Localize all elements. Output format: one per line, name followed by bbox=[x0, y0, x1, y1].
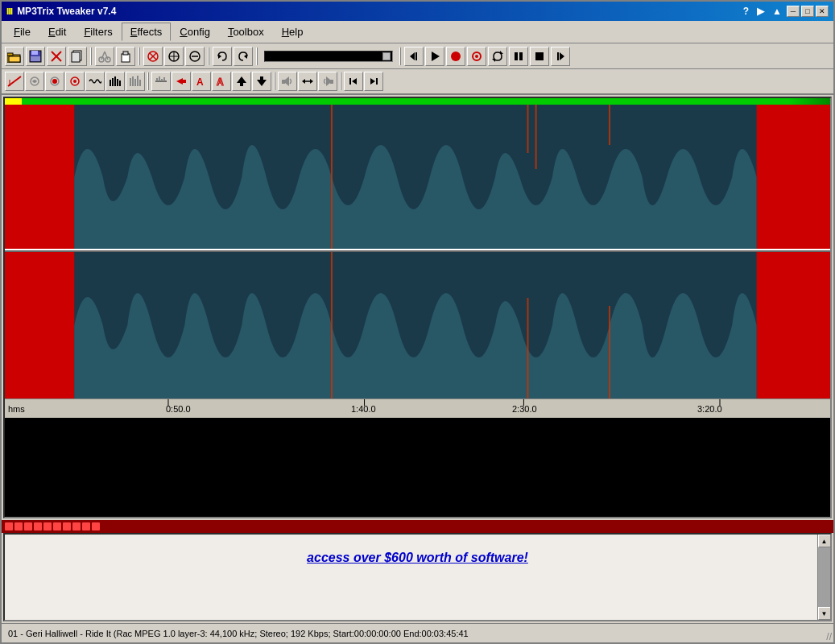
arrow-right-icon[interactable]: ▶ bbox=[754, 6, 767, 17]
redo-button[interactable] bbox=[234, 47, 253, 66]
tool-minus-circle[interactable] bbox=[185, 47, 205, 66]
svg-rect-35 bbox=[519, 52, 523, 60]
pause-button[interactable] bbox=[509, 47, 528, 66]
status-text: 01 - Geri Halliwell - Ride It (Rac MPEG … bbox=[8, 629, 469, 638]
svg-rect-60 bbox=[163, 77, 165, 81]
tool-crosshair[interactable] bbox=[164, 47, 184, 66]
tool-circle-dot[interactable] bbox=[65, 72, 85, 91]
seek-thumb[interactable] bbox=[382, 52, 391, 60]
tool-arrow-left2[interactable] bbox=[344, 72, 363, 91]
svg-rect-52 bbox=[132, 76, 134, 86]
tool-up-arrow[interactable] bbox=[232, 72, 251, 91]
svg-marker-69 bbox=[302, 79, 305, 84]
go-start-button[interactable] bbox=[404, 47, 424, 66]
svg-marker-37 bbox=[560, 52, 564, 60]
tool-spectrum[interactable] bbox=[151, 72, 171, 91]
svg-marker-26 bbox=[410, 52, 415, 60]
waveform-container[interactable]: hms 0:50.0 1:40.0 2:30.0 3:20.0 bbox=[3, 97, 832, 518]
tool-eq[interactable] bbox=[126, 72, 145, 91]
scroll-track[interactable] bbox=[818, 547, 831, 607]
paste-button[interactable] bbox=[116, 47, 135, 66]
tool-a-red[interactable]: A bbox=[192, 72, 211, 91]
loop-button[interactable] bbox=[488, 47, 507, 66]
toolbar-separator-5 bbox=[399, 47, 401, 65]
tool-speaker-l[interactable] bbox=[278, 72, 297, 91]
svg-marker-73 bbox=[326, 76, 330, 86]
svg-rect-38 bbox=[557, 52, 559, 60]
cut-button[interactable] bbox=[95, 47, 114, 66]
svg-text:A: A bbox=[196, 76, 204, 88]
toolbar-row-1 bbox=[2, 43, 833, 69]
promo-link[interactable]: access over $600 worth of software! bbox=[307, 551, 528, 564]
delete-button[interactable] bbox=[47, 47, 66, 66]
svg-marker-24 bbox=[218, 54, 221, 59]
arrow-up-icon[interactable]: ▲ bbox=[769, 6, 785, 17]
toolbar-row-2: A A bbox=[2, 69, 833, 95]
menu-config[interactable]: Config bbox=[171, 23, 219, 41]
toolbar-separator-6 bbox=[147, 72, 149, 90]
svg-point-43 bbox=[52, 79, 57, 84]
toolbar-separator-2 bbox=[138, 47, 140, 65]
tool-left-right[interactable] bbox=[298, 72, 317, 91]
toolbar-separator-1 bbox=[90, 47, 92, 65]
open-button[interactable] bbox=[5, 47, 24, 66]
svg-rect-46 bbox=[110, 80, 111, 86]
svg-rect-27 bbox=[415, 52, 417, 60]
svg-rect-79 bbox=[5, 105, 74, 250]
menu-help[interactable]: Help bbox=[273, 23, 312, 41]
tool-arrow-right2[interactable] bbox=[364, 72, 383, 91]
menu-effects[interactable]: Effects bbox=[122, 23, 172, 41]
tool-freq[interactable] bbox=[5, 72, 24, 91]
tool-a-outline[interactable]: A bbox=[212, 72, 231, 91]
seek-bar[interactable] bbox=[264, 51, 393, 62]
tool-cross[interactable] bbox=[143, 47, 163, 66]
undo-button[interactable] bbox=[213, 47, 232, 66]
svg-marker-32 bbox=[500, 51, 503, 54]
scroll-down-button[interactable]: ▼ bbox=[818, 607, 831, 620]
tool-bars[interactable] bbox=[105, 72, 125, 91]
svg-point-45 bbox=[73, 80, 76, 83]
app-title: MP3Trix Tweaker v7.4 bbox=[17, 6, 116, 17]
menu-toolbox[interactable]: Toolbox bbox=[219, 23, 273, 41]
copy-button[interactable] bbox=[68, 47, 87, 66]
svg-text:A: A bbox=[217, 76, 224, 88]
tool-audio1[interactable] bbox=[25, 72, 44, 91]
scroll-up-button[interactable]: ▲ bbox=[818, 535, 831, 547]
svg-rect-47 bbox=[112, 78, 114, 86]
toolbar-separator-3 bbox=[208, 47, 209, 65]
svg-rect-88 bbox=[5, 252, 74, 398]
tool-wave[interactable] bbox=[85, 72, 105, 91]
menu-file[interactable]: File bbox=[5, 23, 39, 41]
save-button[interactable] bbox=[26, 47, 45, 66]
svg-marker-65 bbox=[257, 80, 267, 86]
tool-down-arrow[interactable] bbox=[252, 72, 271, 91]
record2-button[interactable] bbox=[467, 47, 486, 66]
record-button[interactable] bbox=[446, 47, 465, 66]
play-button[interactable] bbox=[425, 47, 444, 66]
stop-button[interactable] bbox=[530, 47, 549, 66]
svg-rect-67 bbox=[282, 80, 285, 84]
tool-speaker-r[interactable] bbox=[318, 72, 337, 91]
menu-edit[interactable]: Edit bbox=[39, 23, 75, 41]
level-dot-4 bbox=[34, 522, 42, 530]
go-end-button[interactable] bbox=[551, 47, 570, 66]
title-controls: ? ▶ ▲ ─ □ ✕ bbox=[740, 6, 829, 17]
svg-rect-50 bbox=[119, 80, 121, 86]
close-button[interactable]: ✕ bbox=[816, 6, 829, 17]
tool-rec-dot[interactable] bbox=[45, 72, 64, 91]
progress-bar bbox=[5, 98, 830, 105]
waveform-display[interactable] bbox=[5, 105, 830, 398]
help-icon[interactable]: ? bbox=[740, 6, 752, 17]
minimize-button[interactable]: ─ bbox=[787, 6, 800, 17]
level-dot-7 bbox=[63, 522, 71, 530]
info-content: access over $600 worth of software! bbox=[5, 535, 830, 581]
svg-rect-53 bbox=[134, 79, 136, 86]
menu-filters[interactable]: Filters bbox=[75, 23, 121, 41]
svg-marker-76 bbox=[370, 78, 375, 85]
tool-arrow-right[interactable] bbox=[172, 72, 191, 91]
svg-rect-51 bbox=[130, 78, 131, 86]
status-bar: 01 - Geri Halliwell - Ride It (Rac MPEG … bbox=[2, 623, 833, 642]
maximize-button[interactable]: □ bbox=[801, 6, 814, 17]
svg-rect-57 bbox=[156, 78, 158, 81]
svg-rect-2 bbox=[9, 56, 20, 62]
